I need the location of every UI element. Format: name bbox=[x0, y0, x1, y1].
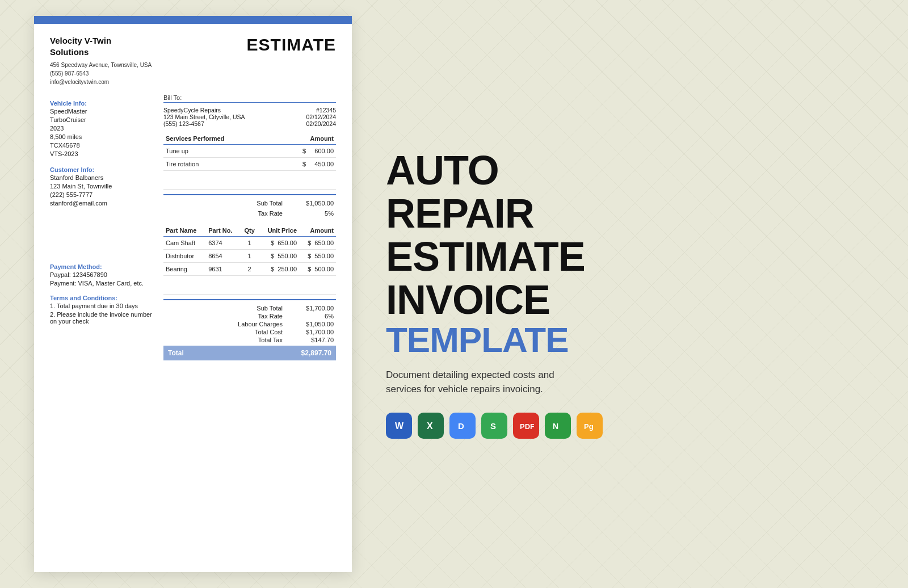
part-no-1: 6374 bbox=[206, 237, 240, 250]
service-amount-1: $ 600.00 bbox=[274, 145, 336, 158]
terms-item2: 2. Please include the invoice number on … bbox=[50, 311, 158, 325]
part-qty-3: 2 bbox=[241, 263, 259, 276]
vehicle-mileage: 8,500 miles bbox=[50, 133, 158, 140]
summary-totalcost-row: Total Cost $1,700.00 bbox=[220, 329, 334, 335]
customer-info-label: Customer Info: bbox=[50, 166, 158, 173]
bill-to-section: Bill To: SpeedyCycle Repairs 123 Main St… bbox=[163, 94, 336, 127]
payment-method-section: Payment Method: Paypal: 1234567890 Payme… bbox=[50, 263, 158, 287]
terms-item1: 1. Total payment due in 30 days bbox=[50, 303, 158, 309]
marketing-description: Document detailing expected costs and se… bbox=[386, 368, 590, 397]
part-qty-1: 1 bbox=[241, 237, 259, 250]
parts-table: Part Name Part No. Qty Unit Price Amount… bbox=[163, 225, 336, 295]
svg-text:Pg: Pg bbox=[584, 422, 594, 431]
subtotal-value-1: $1,050.00 bbox=[300, 200, 334, 207]
vehicle-year: 2023 bbox=[50, 125, 158, 132]
svg-text:X: X bbox=[427, 421, 433, 431]
payment-method-label: Payment Method: bbox=[50, 263, 158, 270]
summary-taxrate-label: Tax Rate bbox=[226, 313, 283, 320]
part-unitprice-1: $ 650.00 bbox=[258, 237, 299, 250]
bill-to-dates: #12345 02/12/2024 02/20/2024 bbox=[306, 107, 336, 127]
part-no-3: 9631 bbox=[206, 263, 240, 276]
parts-col-amount: Amount bbox=[299, 225, 336, 237]
numbers-icon: N bbox=[545, 413, 571, 439]
service-amount-2: $ 450.00 bbox=[274, 158, 336, 171]
marketing-line1: AUTO bbox=[386, 150, 585, 191]
summary-labour-label: Labour Charges bbox=[226, 321, 283, 327]
vehicle-license: VTS-2023 bbox=[50, 150, 158, 157]
summary-totaltax-row: Total Tax $147.70 bbox=[220, 337, 334, 343]
parts-col-qty: Qty bbox=[241, 225, 259, 237]
marketing-line4: INVOICE bbox=[386, 279, 585, 320]
summary-taxrate-row: Tax Rate 6% bbox=[220, 313, 334, 320]
svg-text:N: N bbox=[553, 422, 558, 431]
summary-totaltax-label: Total Tax bbox=[226, 337, 283, 343]
part-amount-2: $ 550.00 bbox=[299, 250, 336, 263]
sheets-icon: S bbox=[481, 413, 507, 439]
marketing-line3: ESTIMATE bbox=[386, 236, 585, 277]
payment-types: Payment: VISA, Master Card, etc. bbox=[50, 280, 158, 287]
part-amount-1: $ 650.00 bbox=[299, 237, 336, 250]
summary-taxrate-value: 6% bbox=[294, 313, 334, 320]
marketing-line2: REPAIR bbox=[386, 193, 585, 234]
terms-section: Terms and Conditions: 1. Total payment d… bbox=[50, 295, 158, 325]
summary-section: Sub Total $1,700.00 Tax Rate 6% Labour C… bbox=[163, 305, 336, 343]
svg-text:S: S bbox=[490, 421, 496, 431]
customer-address: 123 Main St, Townville bbox=[50, 183, 158, 190]
app-icons-row: W X D S PDF N Pg bbox=[386, 413, 603, 439]
part-name-3: Bearing bbox=[163, 263, 206, 276]
docs-icon: D bbox=[449, 413, 476, 439]
summary-subtotal-label: Sub Total bbox=[226, 305, 283, 312]
marketing-line5: TEMPLATE bbox=[386, 322, 585, 358]
parts-divider bbox=[163, 299, 336, 300]
summary-labour-row: Labour Charges $1,050.00 bbox=[220, 321, 334, 327]
services-subtotal-row: Sub Total $1,050.00 bbox=[163, 200, 336, 207]
total-row-highlight: Total $2,897.70 bbox=[163, 346, 336, 360]
right-column: Bill To: SpeedyCycle Repairs 123 Main St… bbox=[163, 94, 336, 360]
bill-to-divider bbox=[163, 102, 336, 103]
part-unitprice-2: $ 550.00 bbox=[258, 250, 299, 263]
main-layout: Vehicle Info: SpeedMaster TurboCruiser 2… bbox=[50, 94, 336, 360]
part-row-3: Bearing 9631 2 $ 250.00 $ 500.00 bbox=[163, 263, 336, 276]
terms-label: Terms and Conditions: bbox=[50, 295, 158, 301]
summary-labour-value: $1,050.00 bbox=[294, 321, 334, 327]
company-block: Velocity V-Twin Solutions 456 Speedway A… bbox=[50, 35, 152, 86]
part-no-2: 8654 bbox=[206, 250, 240, 263]
vehicle-make: SpeedMaster bbox=[50, 108, 158, 115]
svg-text:D: D bbox=[458, 421, 464, 431]
pdf-icon: PDF bbox=[513, 413, 539, 439]
pages-icon: Pg bbox=[577, 413, 603, 439]
customer-info-section: Customer Info: Stanford Balbaners 123 Ma… bbox=[50, 166, 158, 207]
service-name-1: Tune up bbox=[163, 145, 274, 158]
part-unitprice-3: $ 250.00 bbox=[258, 263, 299, 276]
customer-phone: (222) 555-7777 bbox=[50, 191, 158, 198]
bill-to-info: SpeedyCycle Repairs 123 Main Street, Cit… bbox=[163, 107, 336, 127]
page-wrapper: Velocity V-Twin Solutions 456 Speedway A… bbox=[0, 0, 908, 588]
vehicle-info-label: Vehicle Info: bbox=[50, 100, 158, 107]
customer-name: Stanford Balbaners bbox=[50, 174, 158, 181]
services-divider bbox=[163, 194, 336, 195]
vehicle-vin: TCX45678 bbox=[50, 142, 158, 149]
part-name-1: Cam Shaft bbox=[163, 237, 206, 250]
summary-totalcost-value: $1,700.00 bbox=[294, 329, 334, 335]
part-row-1: Cam Shaft 6374 1 $ 650.00 $ 650.00 bbox=[163, 237, 336, 250]
paypal-info: Paypal: 1234567890 bbox=[50, 271, 158, 278]
total-value: $2,897.70 bbox=[301, 349, 331, 357]
part-row-empty bbox=[163, 276, 336, 295]
services-table: Services Performed Amount Tune up $ 600.… bbox=[163, 133, 336, 190]
vehicle-info-section: Vehicle Info: SpeedMaster TurboCruiser 2… bbox=[50, 100, 158, 157]
taxrate-label-1: Tax Rate bbox=[258, 210, 283, 217]
parts-col-partno: Part No. bbox=[206, 225, 240, 237]
word-icon: W bbox=[386, 413, 412, 439]
part-row-2: Distributor 8654 1 $ 550.00 $ 550.00 bbox=[163, 250, 336, 263]
service-row-empty bbox=[163, 171, 336, 190]
company-name: Velocity V-Twin Solutions bbox=[50, 35, 141, 57]
summary-subtotal-row: Sub Total $1,700.00 bbox=[220, 305, 334, 312]
marketing-side: AUTO REPAIR ESTIMATE INVOICE TEMPLATE Do… bbox=[352, 150, 908, 439]
marketing-title-block: AUTO REPAIR ESTIMATE INVOICE TEMPLATE bbox=[386, 150, 585, 368]
subtotal-label-1: Sub Total bbox=[257, 200, 283, 207]
estimate-title: ESTIMATE bbox=[247, 35, 336, 54]
parts-col-unitprice: Unit Price bbox=[258, 225, 299, 237]
customer-email: stanford@email.com bbox=[50, 200, 158, 207]
service-row-2: Tire rotation $ 450.00 bbox=[163, 158, 336, 171]
invoice-document: Velocity V-Twin Solutions 456 Speedway A… bbox=[34, 16, 352, 572]
